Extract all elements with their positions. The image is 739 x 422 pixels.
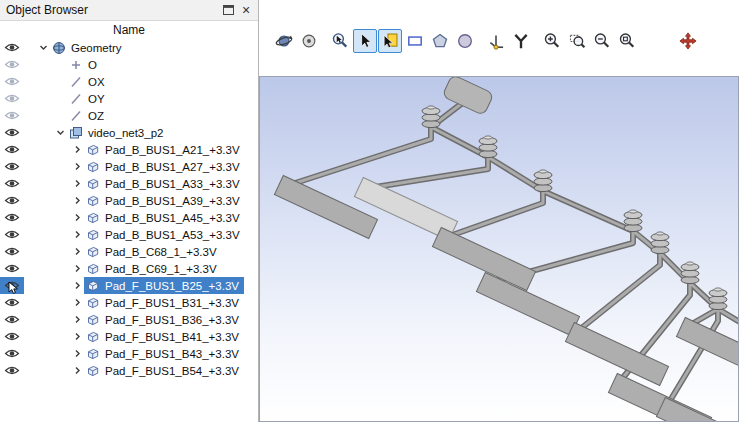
chevron-right-icon[interactable]	[70, 281, 84, 290]
visibility-eye-icon[interactable]	[0, 39, 24, 56]
object-browser-panel: Object Browser × Name GeometryOOXOYOZvid…	[0, 0, 259, 422]
visibility-eye-icon[interactable]	[0, 243, 24, 260]
chevron-right-icon[interactable]	[70, 179, 84, 188]
circle-select-button[interactable]	[453, 29, 477, 53]
tree-item-label: OX	[85, 76, 105, 88]
visibility-eye-icon[interactable]	[0, 260, 24, 277]
tree-item-label: Pad_B_BUS1_A39_+3.3V	[102, 195, 240, 207]
clipping-button[interactable]	[509, 29, 533, 53]
chevron-right-icon[interactable]	[70, 247, 84, 256]
tree-item[interactable]: Pad_B_BUS1_A39_+3.3V	[0, 192, 258, 209]
visibility-eye-icon[interactable]	[0, 226, 24, 243]
local-cs-icon	[487, 32, 505, 50]
chevron-down-icon[interactable]	[53, 128, 67, 137]
chevron-right-icon[interactable]	[70, 196, 84, 205]
tree-item[interactable]: video_net3_p2	[0, 124, 258, 141]
visibility-eye-icon[interactable]	[0, 73, 24, 90]
tree-column-header: Name	[0, 21, 258, 39]
pan-view-icon	[679, 32, 697, 50]
tree-item[interactable]: Pad_B_BUS1_A21_+3.3V	[0, 141, 258, 158]
tree-item[interactable]: Pad_B_BUS1_A53_+3.3V	[0, 226, 258, 243]
visibility-eye-icon[interactable]	[0, 175, 24, 192]
zoom-window-button[interactable]	[565, 29, 589, 53]
chevron-right-icon[interactable]	[70, 145, 84, 154]
fit-all-button[interactable]	[615, 29, 639, 53]
float-icon	[223, 5, 234, 15]
tree-item[interactable]: Pad_B_C68_1_+3.3V	[0, 243, 258, 260]
object-browser-titlebar[interactable]: Object Browser ×	[0, 0, 258, 21]
tree-item[interactable]: Pad_F_BUS1_B36_+3.3V	[0, 311, 258, 328]
tree-item[interactable]: O	[0, 56, 258, 73]
chevron-right-icon[interactable]	[70, 349, 84, 358]
pcb-pad	[656, 398, 738, 421]
chevron-down-icon[interactable]	[36, 43, 50, 52]
compound-icon	[67, 126, 85, 140]
close-panel-button[interactable]: ×	[237, 2, 255, 19]
rotation-point-button[interactable]	[297, 29, 321, 53]
visibility-eye-icon[interactable]	[0, 124, 24, 141]
line-icon	[67, 75, 85, 89]
chevron-right-icon[interactable]	[70, 332, 84, 341]
tree-item-label: Pad_B_BUS1_A53_+3.3V	[102, 229, 240, 241]
solid-icon	[84, 211, 102, 225]
visibility-eye-icon[interactable]	[0, 345, 24, 362]
chevron-right-icon[interactable]	[70, 298, 84, 307]
tree-item[interactable]: Pad_F_BUS1_B43_+3.3V	[0, 345, 258, 362]
viewport-3d-scene	[260, 77, 738, 421]
visibility-eye-icon[interactable]	[0, 294, 24, 311]
chevron-right-icon[interactable]	[70, 213, 84, 222]
visibility-eye-icon[interactable]	[0, 158, 24, 175]
object-tree: GeometryOOXOYOZvideo_net3_p2Pad_B_BUS1_A…	[0, 39, 258, 422]
visibility-eye-icon[interactable]	[0, 141, 24, 158]
tree-item[interactable]: Pad_F_BUS1_B25_+3.3V	[0, 277, 258, 294]
tree-item[interactable]: OX	[0, 73, 258, 90]
tree-item-label: Pad_B_C68_1_+3.3V	[102, 246, 217, 258]
chevron-right-icon[interactable]	[70, 230, 84, 239]
solid-icon	[84, 228, 102, 242]
tree-item-label: Pad_F_BUS1_B43_+3.3V	[102, 348, 239, 360]
tree-item[interactable]: Pad_B_BUS1_A45_+3.3V	[0, 209, 258, 226]
zoom-out-button[interactable]	[590, 29, 614, 53]
visibility-eye-icon[interactable]	[0, 90, 24, 107]
chevron-right-icon[interactable]	[70, 264, 84, 273]
3d-viewport[interactable]	[259, 76, 739, 422]
visibility-eye-icon[interactable]	[0, 192, 24, 209]
tree-item[interactable]: Pad_B_C69_1_+3.3V	[0, 260, 258, 277]
visibility-eye-icon[interactable]	[0, 311, 24, 328]
visibility-eye-icon[interactable]	[0, 107, 24, 124]
rectangle-select-button[interactable]	[403, 29, 427, 53]
zoom-cursor-button[interactable]	[328, 29, 352, 53]
visibility-eye-icon[interactable]	[0, 56, 24, 73]
trace-network	[283, 101, 738, 409]
chevron-right-icon[interactable]	[70, 315, 84, 324]
select-highlight-button[interactable]	[378, 29, 402, 53]
pan-view-button[interactable]	[676, 29, 700, 53]
solid-icon	[84, 143, 102, 157]
visibility-eye-icon[interactable]	[0, 362, 24, 379]
mouse-cursor-icon	[8, 281, 19, 295]
tree-item[interactable]: Pad_F_BUS1_B41_+3.3V	[0, 328, 258, 345]
select-arrow-button[interactable]	[353, 29, 377, 53]
visibility-eye-icon[interactable]	[0, 209, 24, 226]
tree-item[interactable]: OZ	[0, 107, 258, 124]
tree-item[interactable]: Pad_F_BUS1_B54_+3.3V	[0, 362, 258, 379]
polygon-select-button[interactable]	[428, 29, 452, 53]
tree-item[interactable]: Geometry	[0, 39, 258, 56]
tree-item-label: video_net3_p2	[85, 127, 163, 139]
local-cs-button[interactable]	[484, 29, 508, 53]
solid-icon	[84, 330, 102, 344]
float-panel-button[interactable]	[219, 2, 237, 19]
orbit-view-button[interactable]	[272, 29, 296, 53]
visibility-eye-icon[interactable]	[0, 328, 24, 345]
tree-item[interactable]: Pad_B_BUS1_A27_+3.3V	[0, 158, 258, 175]
line-icon	[67, 109, 85, 123]
solid-icon	[84, 177, 102, 191]
visibility-eye-icon[interactable]	[0, 277, 24, 294]
viewer-area	[259, 0, 739, 422]
chevron-right-icon[interactable]	[70, 366, 84, 375]
tree-item[interactable]: OY	[0, 90, 258, 107]
zoom-in-button[interactable]	[540, 29, 564, 53]
chevron-right-icon[interactable]	[70, 162, 84, 171]
tree-item[interactable]: Pad_F_BUS1_B31_+3.3V	[0, 294, 258, 311]
tree-item[interactable]: Pad_B_BUS1_A33_+3.3V	[0, 175, 258, 192]
